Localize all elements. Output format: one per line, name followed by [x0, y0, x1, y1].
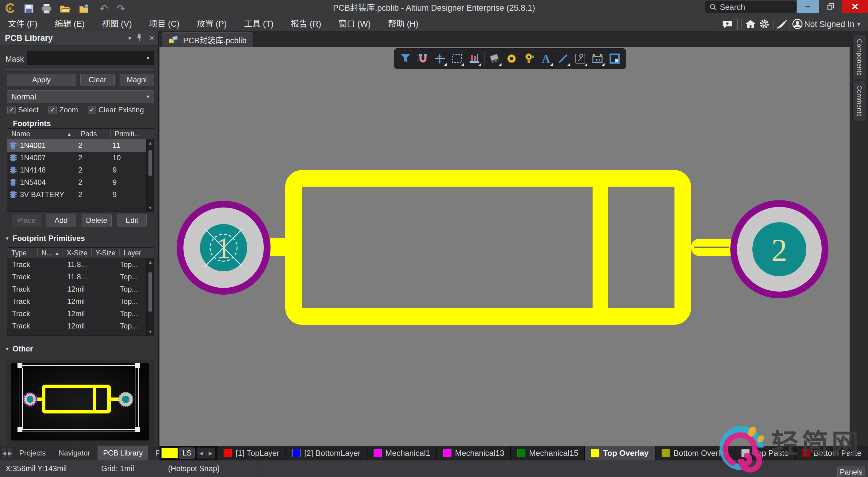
menu-window[interactable]: 窗口 (W)	[331, 17, 379, 31]
footprint-row[interactable]: 1N4001 2 11	[7, 139, 154, 152]
scrollbar-thumb[interactable]	[149, 272, 152, 312]
panel-dropdown-icon[interactable]: ▾	[125, 34, 134, 42]
menu-help[interactable]: 帮助 (H)	[380, 17, 426, 31]
sign-in-control[interactable]: Not Signed In ▾	[804, 18, 860, 31]
tab-navigator[interactable]: Navigator	[53, 446, 96, 460]
primitive-row[interactable]: Track 12mil Top...	[7, 295, 154, 307]
alignment-button[interactable]	[466, 50, 483, 67]
search-box[interactable]: Search	[705, 1, 796, 13]
gear-icon[interactable]	[758, 18, 771, 30]
overlay-cathode-band[interactable]	[593, 170, 608, 325]
scroll-down-icon[interactable]: ▼	[147, 205, 154, 210]
place-string-button[interactable]: A	[537, 50, 555, 67]
scrollbar-thumb[interactable]	[149, 150, 152, 176]
menu-reports[interactable]: 报告 (R)	[283, 17, 329, 31]
col-layer[interactable]: Layer	[124, 249, 142, 257]
restore-button[interactable]	[819, 0, 842, 13]
col-ysize[interactable]: Y-Size	[95, 249, 116, 257]
tab-components[interactable]: Components	[852, 35, 866, 80]
tab-projects[interactable]: Projects	[14, 446, 52, 460]
footprint-preview[interactable]	[11, 363, 149, 441]
altium-logo-icon[interactable]	[3, 2, 17, 15]
layer-tab-mechanical13[interactable]: Mechanical13	[437, 446, 511, 460]
primitives-table-header[interactable]: Type N... ▲ X-Size Y-Size Layer	[7, 248, 154, 259]
tab-comments[interactable]: Comments	[852, 81, 866, 121]
open-folder-icon[interactable]	[58, 2, 72, 15]
primitive-row[interactable]: Track 11.8... Top...	[7, 271, 154, 283]
print-icon[interactable]	[40, 2, 53, 15]
pcb-editor-canvas[interactable]: 1 2	[159, 47, 849, 446]
primitive-row[interactable]: Track 12mil Top...	[7, 320, 154, 332]
layer-set-button[interactable]: LS	[179, 448, 195, 458]
document-tab-active[interactable]: PCB封装库.pcblib	[162, 32, 253, 47]
guide-button[interactable]	[431, 50, 448, 67]
panel-close-icon[interactable]: ✕	[147, 34, 156, 42]
menu-edit[interactable]: 编辑 (E)	[46, 17, 93, 31]
col-xsize[interactable]: X-Size	[67, 249, 88, 257]
other-section[interactable]: ▼ Other	[5, 345, 33, 353]
layer-tab-bottom-paste[interactable]: Bottom Paste	[796, 446, 868, 460]
col-type[interactable]: Type	[11, 249, 27, 257]
user-avatar-icon[interactable]	[791, 18, 804, 30]
close-button[interactable]	[842, 0, 868, 13]
edit-button[interactable]: Edit	[117, 214, 147, 227]
filter-button[interactable]	[397, 50, 414, 67]
footprint-row[interactable]: 1N4007 2 10	[7, 152, 154, 164]
layer-tab-mechanical1[interactable]: Mechanical1	[367, 446, 437, 460]
delete-button[interactable]: Delete	[82, 214, 112, 227]
minimize-button[interactable]	[797, 0, 819, 13]
snap-button[interactable]	[414, 50, 431, 67]
place-line-button[interactable]	[555, 50, 572, 67]
selection-button[interactable]	[448, 50, 466, 67]
add-button[interactable]: Add	[46, 214, 76, 227]
layer-tab-bottomlayer[interactable]: [2] BottomLayer	[286, 446, 367, 460]
open-document-icon[interactable]	[77, 2, 91, 15]
panel-pin-icon[interactable]	[136, 34, 145, 42]
footprint-primitives-section[interactable]: ▼ Footprint Primitives	[5, 234, 85, 243]
tabs-scroll-left-icon[interactable]: ◀	[2, 448, 6, 458]
clear-button[interactable]: Clear	[80, 74, 115, 86]
col-primitives[interactable]: Primiti...	[115, 130, 140, 138]
display-mode-dropdown[interactable]: Normal ▾	[7, 90, 154, 103]
tools-button[interactable]	[572, 50, 589, 67]
apply-button[interactable]: Apply	[7, 74, 76, 86]
col-n[interactable]: N...	[41, 249, 53, 257]
scroll-down-icon[interactable]: ▼	[147, 329, 154, 334]
current-layer-swatch[interactable]	[161, 448, 178, 458]
place-via-button[interactable]	[520, 50, 537, 67]
save-icon[interactable]	[22, 2, 36, 15]
tab-pcbl-clipped[interactable]: PCBL	[150, 446, 159, 460]
redo-icon[interactable]: ↷	[114, 2, 128, 15]
clear-existing-checkbox[interactable]: ✓ Clear Existing	[88, 106, 144, 114]
scrollbar-vertical[interactable]: ▲ ▼	[146, 139, 154, 211]
col-name[interactable]: Name	[11, 130, 30, 138]
primitive-row[interactable]: Track 11.8... Top...	[7, 259, 154, 271]
primitive-row[interactable]: Track 12mil Top...	[7, 307, 154, 320]
tab-pcb-library[interactable]: PCB Library	[97, 446, 148, 460]
menu-file[interactable]: 文件 (F)	[0, 17, 45, 31]
col-pads[interactable]: Pads	[81, 130, 97, 138]
room-button[interactable]	[606, 50, 623, 67]
mask-dropdown[interactable]: ▾	[27, 51, 154, 65]
place-component-button[interactable]	[486, 50, 503, 67]
layers-scroll-right-icon[interactable]: ▶	[206, 448, 215, 458]
pad-2[interactable]: 2	[730, 200, 829, 298]
layer-tab-bottom-overlay[interactable]: Bottom Overlay	[655, 446, 735, 460]
footprints-table-header[interactable]: Name ▲ Pads Primiti...	[7, 129, 154, 139]
scroll-up-icon[interactable]: ▲	[147, 259, 154, 265]
current-layer-control[interactable]: LS	[161, 448, 195, 458]
home-icon[interactable]	[744, 18, 757, 30]
undo-icon[interactable]: ↶	[97, 2, 111, 15]
primitive-row[interactable]: Track 12mil Top...	[7, 283, 154, 295]
pad-1[interactable]: 1	[177, 201, 271, 295]
menu-tools[interactable]: 工具 (T)	[236, 17, 282, 31]
layer-tab-mechanical15[interactable]: Mechanical15	[511, 446, 585, 460]
menu-project[interactable]: 项目 (C)	[141, 17, 187, 31]
layer-tab-toplayer[interactable]: [1] TopLayer	[217, 446, 286, 460]
dimension-button[interactable]: 10	[589, 50, 606, 67]
footprint-row[interactable]: 1N5404 2 9	[7, 176, 154, 188]
zoom-checkbox[interactable]: ✓ Zoom	[49, 106, 78, 114]
panels-button[interactable]: Panels	[837, 467, 865, 477]
menu-view[interactable]: 视图 (V)	[94, 17, 140, 31]
scrollbar-vertical[interactable]: ▲ ▼	[146, 258, 154, 335]
